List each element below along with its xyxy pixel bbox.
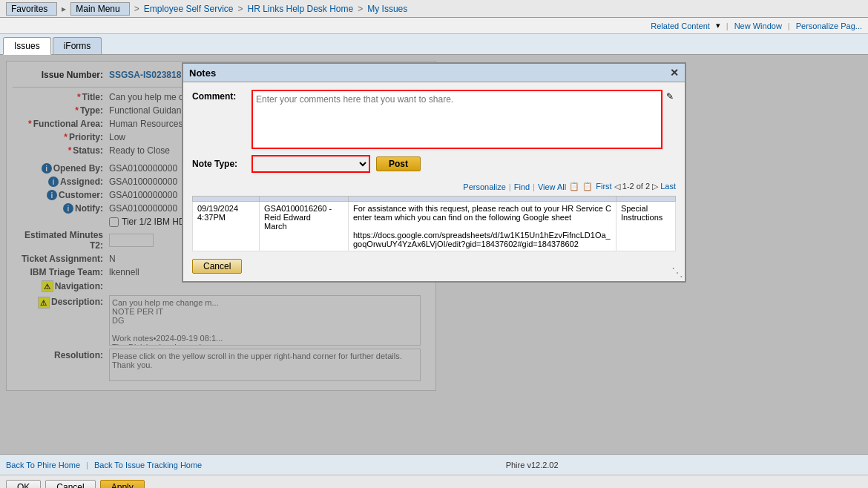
header-actions-bar: Related Content ▾ | New Window | Persona… bbox=[0, 18, 868, 34]
comment-textarea[interactable] bbox=[251, 90, 662, 149]
modal-title: Notes bbox=[189, 67, 216, 79]
table-row: 09/19/2024 4:37PM GSA0100016260 - Reid E… bbox=[193, 202, 676, 251]
view-all-link[interactable]: View All bbox=[538, 182, 566, 191]
note-instructions: Special Instructions bbox=[617, 202, 676, 251]
comment-row: Comment: ✎ bbox=[192, 90, 676, 149]
note-message: For assistance with this request, please… bbox=[349, 202, 617, 251]
main-menu-dropdown[interactable]: Main Menu bbox=[70, 2, 129, 16]
cancel-btn-row: Cancel bbox=[192, 259, 676, 274]
col-author bbox=[260, 197, 349, 202]
post-button[interactable]: Post bbox=[376, 156, 421, 171]
ok-button[interactable]: OK bbox=[6, 480, 41, 489]
modal-body: Comment: ✎ Note Type: Post Persona bbox=[183, 82, 685, 281]
apply-button[interactable]: Apply bbox=[100, 480, 145, 489]
personalize-link[interactable]: Personalize Pag... bbox=[796, 22, 862, 30]
note-author: GSA0100016260 - Reid Edward March bbox=[260, 202, 349, 251]
new-window-link[interactable]: New Window bbox=[734, 22, 782, 30]
tab-issues[interactable]: Issues bbox=[3, 37, 51, 55]
notes-modal: Notes ✕ Comment: ✎ Note Type: bbox=[182, 62, 686, 283]
note-type-label: Note Type: bbox=[192, 159, 251, 169]
personalize-notes-link[interactable]: Personalize bbox=[463, 182, 505, 191]
breadcrumb-my-issues[interactable]: My Issues bbox=[367, 4, 407, 14]
col-instructions bbox=[617, 197, 676, 202]
breadcrumb-hr-links[interactable]: HR Links Help Desk Home bbox=[248, 4, 354, 14]
first-link[interactable]: First bbox=[596, 182, 611, 191]
version-text: Phire v12.2.02 bbox=[202, 461, 862, 469]
modal-header: Notes ✕ bbox=[183, 64, 685, 82]
notes-navigation: Personalize | Find | View All 📋 📋 First … bbox=[192, 180, 676, 193]
favorites-dropdown[interactable]: Favorites bbox=[6, 2, 57, 16]
back-to-issue-tracking-link[interactable]: Back To Issue Tracking Home bbox=[94, 461, 202, 469]
comment-label: Comment: bbox=[192, 90, 251, 102]
breadcrumb-employee-self-service[interactable]: Employee Self Service bbox=[144, 4, 234, 14]
note-type-row: Note Type: Post bbox=[192, 155, 676, 173]
related-content-link[interactable]: Related Content bbox=[651, 22, 710, 30]
find-notes-link[interactable]: Find bbox=[514, 182, 530, 191]
action-buttons-bar: OK Cancel Apply bbox=[0, 475, 868, 488]
modal-overlay: Notes ✕ Comment: ✎ Note Type: bbox=[0, 55, 868, 454]
related-content-chevron: ▾ bbox=[716, 21, 720, 30]
col-message bbox=[349, 197, 617, 202]
note-type-select[interactable] bbox=[251, 155, 370, 173]
back-to-phire-link[interactable]: Back To Phire Home bbox=[6, 461, 80, 469]
col-date bbox=[193, 197, 260, 202]
top-navigation: Favorites ▸ Main Menu > Employee Self Se… bbox=[0, 0, 868, 18]
resize-handle[interactable]: ⋱ bbox=[671, 266, 683, 280]
note-date: 09/19/2024 4:37PM bbox=[193, 202, 260, 251]
modal-close-button[interactable]: ✕ bbox=[670, 67, 679, 79]
tab-iforms[interactable]: iForms bbox=[53, 37, 102, 54]
notes-table: 09/19/2024 4:37PM GSA0100016260 - Reid E… bbox=[192, 196, 676, 251]
main-content: Issue Number: SSGSA-IS023818 🔄 📧 🖨 📎 ⚙ 🚩… bbox=[0, 55, 868, 454]
page-info: 1-2 of 2 bbox=[622, 182, 650, 191]
bottom-bar: Back To Phire Home | Back To Issue Track… bbox=[0, 454, 868, 475]
cancel-button[interactable]: Cancel bbox=[45, 480, 95, 489]
comment-scroll-icon[interactable]: ✎ bbox=[666, 91, 674, 102]
tabs-bar: Issues iForms bbox=[0, 34, 868, 55]
last-link[interactable]: Last bbox=[660, 182, 676, 191]
notes-cancel-button[interactable]: Cancel bbox=[192, 259, 242, 274]
